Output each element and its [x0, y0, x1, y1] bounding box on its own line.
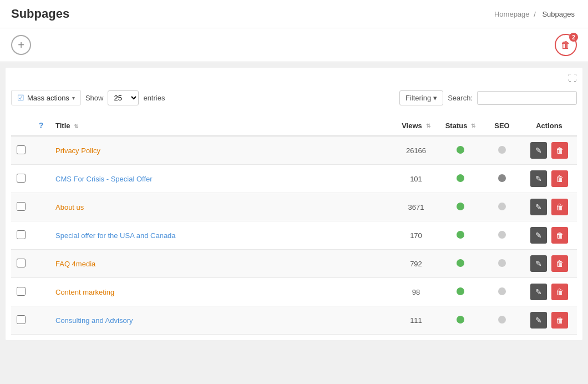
edit-button[interactable]: ✎ [530, 199, 547, 215]
table-row: FAQ 4media 792 ✎ 🗑 [11, 250, 577, 278]
row-views-cell: 26166 [394, 136, 438, 165]
status-dot [457, 203, 464, 210]
delete-button[interactable]: 🗑 [551, 142, 568, 159]
status-dot [457, 146, 464, 154]
row-views-value: 98 [412, 288, 420, 296]
controls-row: ☑ Mass actions ▾ Show 10 25 50 100 entri… [11, 88, 577, 108]
title-sort-icon: ⇅ [74, 123, 78, 129]
search-input[interactable] [477, 91, 577, 105]
row-actions-cell: ✎ 🗑 [521, 250, 577, 278]
edit-button[interactable]: ✎ [530, 255, 547, 272]
delete-badge-count: 2 [569, 33, 578, 42]
entries-label: entries [143, 94, 165, 102]
th-views[interactable]: Views ⇅ [394, 115, 438, 136]
seo-dot [498, 259, 506, 267]
th-checkbox [11, 115, 31, 136]
row-status-cell [438, 193, 483, 221]
row-title-link[interactable]: Consulting and Advisory [55, 316, 133, 325]
row-status-cell [438, 250, 483, 278]
show-label: Show [85, 94, 104, 102]
row-title-link[interactable]: Special offer for the USA and Canada [55, 231, 176, 240]
delete-button[interactable]: 🗑 [551, 199, 568, 215]
row-views-value: 111 [410, 316, 422, 325]
th-title-label: Title [55, 122, 70, 130]
row-checkbox[interactable] [17, 174, 26, 183]
delete-selected-button[interactable]: 🗑 2 [555, 34, 577, 56]
delete-button[interactable]: 🗑 [551, 284, 568, 300]
edit-button[interactable]: ✎ [530, 227, 547, 244]
th-status-label: Status [445, 122, 468, 130]
status-dot [457, 316, 464, 324]
th-seo: SEO [483, 115, 521, 136]
table-row: Privacy Policy 26166 ✎ 🗑 [11, 136, 577, 165]
row-views-value: 3671 [408, 203, 424, 211]
fullscreen-icon[interactable]: ⛶ [568, 73, 577, 83]
row-title-link[interactable]: Content marketing [55, 288, 114, 296]
edit-button[interactable]: ✎ [530, 170, 547, 187]
row-checkbox[interactable] [17, 230, 26, 239]
row-checkbox-cell [11, 221, 31, 250]
th-title[interactable]: Title ⇅ [51, 115, 394, 136]
controls-right: Filtering ▾ Search: [399, 90, 577, 105]
row-seo-cell [483, 221, 521, 250]
row-title-cell: About us [51, 193, 394, 221]
seo-dot [498, 203, 506, 210]
seo-dot [498, 316, 506, 324]
edit-button[interactable]: ✎ [530, 284, 547, 300]
breadcrumb-home[interactable]: Homepage [494, 10, 530, 18]
row-views-value: 792 [410, 260, 422, 268]
th-seo-label: SEO [494, 122, 509, 130]
row-seo-cell [483, 136, 521, 165]
seo-dot [498, 231, 506, 239]
breadcrumb-separator: / [534, 10, 536, 18]
delete-button[interactable]: 🗑 [551, 170, 568, 187]
delete-button[interactable]: 🗑 [551, 312, 568, 329]
toolbar-left: + [11, 35, 31, 55]
entries-per-page-select[interactable]: 10 25 50 100 [108, 90, 139, 105]
delete-button[interactable]: 🗑 [551, 227, 568, 244]
row-checkbox[interactable] [17, 287, 26, 296]
row-checkbox-cell [11, 306, 31, 335]
status-dot [457, 174, 464, 182]
status-dot [457, 287, 464, 295]
mass-actions-label: Mass actions [27, 94, 69, 102]
row-actions-cell: ✎ 🗑 [521, 136, 577, 165]
row-checkbox[interactable] [17, 259, 26, 267]
th-status[interactable]: Status ⇅ [438, 115, 483, 136]
seo-dot [498, 174, 506, 182]
row-views-cell: 98 [394, 278, 438, 306]
row-info-cell [31, 193, 51, 221]
row-status-cell [438, 306, 483, 335]
row-views-cell: 101 [394, 165, 438, 193]
row-checkbox[interactable] [17, 202, 26, 211]
row-checkbox-cell [11, 193, 31, 221]
row-views-value: 101 [410, 175, 422, 183]
delete-button[interactable]: 🗑 [551, 255, 568, 272]
row-title-cell: Privacy Policy [51, 136, 394, 165]
plus-icon: + [18, 39, 24, 52]
row-title-link[interactable]: Privacy Policy [55, 146, 100, 155]
row-seo-cell [483, 165, 521, 193]
row-title-link[interactable]: FAQ 4media [55, 260, 95, 268]
filtering-button[interactable]: Filtering ▾ [399, 90, 443, 105]
row-checkbox[interactable] [17, 315, 26, 324]
row-status-cell [438, 136, 483, 165]
edit-button[interactable]: ✎ [530, 312, 547, 329]
seo-dot [498, 287, 506, 295]
mass-actions-button[interactable]: ☑ Mass actions ▾ [11, 90, 81, 105]
toolbar: + 🗑 2 [0, 28, 588, 62]
row-title-cell: Consulting and Advisory [51, 306, 394, 335]
row-title-link[interactable]: CMS For Crisis - Special Offer [55, 175, 153, 183]
row-views-value: 26166 [406, 146, 426, 155]
status-dot [457, 231, 464, 239]
row-checkbox[interactable] [17, 145, 26, 154]
th-question: ? [31, 115, 51, 136]
edit-button[interactable]: ✎ [530, 142, 547, 159]
row-views-cell: 792 [394, 250, 438, 278]
row-checkbox-cell [11, 165, 31, 193]
row-title-link[interactable]: About us [55, 203, 84, 211]
row-seo-cell [483, 250, 521, 278]
row-title-cell: FAQ 4media [51, 250, 394, 278]
row-actions-cell: ✎ 🗑 [521, 193, 577, 221]
add-button[interactable]: + [11, 35, 31, 55]
